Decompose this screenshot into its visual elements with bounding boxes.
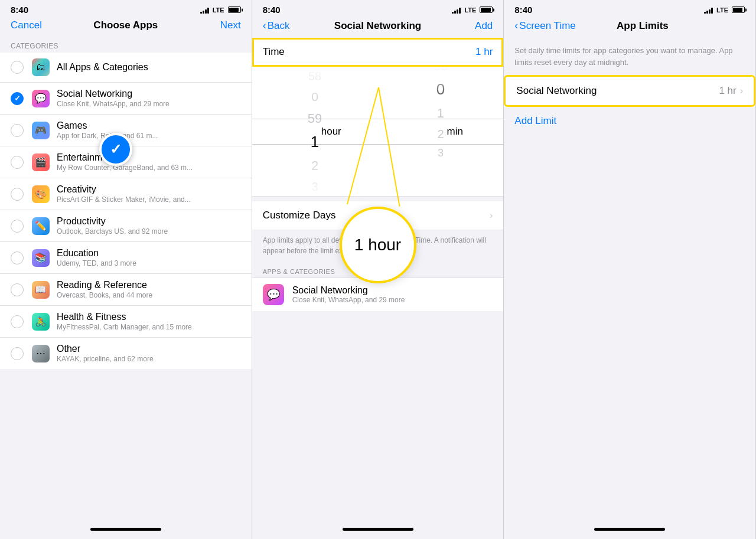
category-name-creativity: Creativity	[57, 184, 241, 195]
icon-productivity: ✏️	[32, 217, 50, 235]
cancel-button[interactable]: Cancel	[11, 19, 46, 31]
icon-health: 🚴	[32, 313, 50, 331]
category-name-reading: Reading & Reference	[57, 280, 241, 290]
next-button[interactable]: Next	[206, 19, 241, 31]
picker-min-selected: 0	[378, 77, 504, 102]
category-name-all: All Apps & Categories	[57, 62, 241, 73]
category-item-creativity[interactable]: 🎨 Creativity PicsArt GIF & Sticker Maker…	[0, 178, 252, 210]
category-name-productivity: Productivity	[57, 216, 241, 227]
status-icons-2: LTE	[452, 6, 493, 14]
nav-bar-3: ‹ Screen Time App Limits	[504, 17, 755, 38]
icon-reading: 📖	[32, 281, 50, 299]
categories-header: CATEGORIES	[0, 37, 252, 53]
category-name-games: Games	[57, 120, 241, 131]
signal-bars-1	[200, 6, 209, 14]
radio-health[interactable]	[11, 315, 24, 328]
home-indicator-3	[504, 519, 755, 539]
checkmark-overlay-1	[99, 133, 132, 166]
time-section: Time 1 hr	[252, 38, 504, 67]
picker-columns: 57 58 0 59 1 2 3 4 hour 59 0	[252, 67, 504, 197]
status-icons-1: LTE	[200, 6, 241, 14]
status-bar-2: 8:40 LTE	[252, 0, 504, 17]
category-sub-education: Udemy, TED, and 3 more	[57, 259, 241, 267]
radio-other[interactable]	[11, 347, 24, 360]
radio-all[interactable]	[11, 61, 24, 74]
picker-hour-col[interactable]: 57 58 0 59 1 2 3 4 hour	[252, 67, 378, 197]
add-button-2[interactable]: Add	[457, 20, 493, 32]
category-sub-other: KAYAK, priceline, and 62 more	[57, 355, 241, 363]
category-sub-social: Close Knit, WhatsApp, and 29 more	[57, 100, 241, 108]
app-limits-desc: Set daily time limits for app categories…	[504, 38, 755, 75]
radio-creativity[interactable]	[11, 188, 24, 201]
status-bar-3: 8:40 LTE	[504, 0, 755, 17]
back-button-3[interactable]: ‹ Screen Time	[514, 19, 575, 32]
category-item-health[interactable]: 🚴 Health & Fitness MyFitnessPal, Carb Ma…	[0, 306, 252, 338]
category-item-reading[interactable]: 📖 Reading & Reference Overcast, Books, a…	[0, 274, 252, 306]
icon-all-apps: 🗂	[32, 58, 50, 76]
home-indicator-1	[0, 519, 252, 539]
nav-title-2: Social Networking	[334, 20, 421, 32]
time-label: Time	[263, 46, 285, 58]
category-sub-productivity: Outlook, Barclays US, and 92 more	[57, 227, 241, 236]
category-item-social[interactable]: 💬 Social Networking Close Knit, WhatsApp…	[0, 83, 252, 115]
category-item-productivity[interactable]: ✏️ Productivity Outlook, Barclays US, an…	[0, 210, 252, 242]
time-value: 1 hr	[475, 46, 493, 58]
panel-app-limits: 8:40 LTE ‹ Screen Time App Limits Set da…	[504, 0, 756, 539]
category-item-education[interactable]: 📚 Education Udemy, TED, and 3 more	[0, 242, 252, 274]
radio-education[interactable]	[11, 251, 24, 264]
nav-bar-2: ‹ Back Social Networking Add	[252, 17, 504, 38]
category-item-other[interactable]: ⋯ Other KAYAK, priceline, and 62 more	[0, 338, 252, 369]
icon-social: 💬	[32, 90, 50, 107]
radio-reading[interactable]	[11, 283, 24, 296]
limits-item-social[interactable]: Social Networking 1 hr ›	[504, 75, 755, 107]
battery-icon-1	[228, 6, 241, 13]
category-name-other: Other	[57, 344, 241, 354]
category-name-health: Health & Fitness	[57, 312, 241, 322]
app-name-social: Social Networking	[292, 285, 493, 296]
nav-title-1: Choose Apps	[93, 19, 158, 31]
limits-chevron-icon: ›	[740, 86, 743, 96]
hour-circle-overlay: 1 hour	[340, 207, 416, 283]
picker-container[interactable]: 57 58 0 59 1 2 3 4 hour 59 0	[252, 67, 504, 197]
category-list: 🗂 All Apps & Categories 💬 Social Network…	[0, 53, 252, 369]
app-sub-social: Close Knit, WhatsApp, and 29 more	[292, 296, 493, 304]
icon-entertainment: 🎬	[32, 153, 50, 171]
app-icon-social: 💬	[263, 284, 284, 305]
time-row[interactable]: Time 1 hr	[252, 38, 504, 67]
category-sub-creativity: PicsArt GIF & Sticker Maker, iMovie, and…	[57, 195, 241, 204]
lte-label-1: LTE	[213, 6, 224, 14]
signal-bars-2	[452, 6, 461, 14]
picker-hour-selected: 1	[252, 129, 378, 155]
radio-social[interactable]	[11, 92, 24, 105]
icon-games: 🎮	[32, 122, 50, 139]
home-indicator-2	[252, 519, 504, 539]
radio-productivity[interactable]	[11, 220, 24, 233]
radio-games[interactable]	[11, 124, 24, 137]
signal-bars-3	[704, 6, 713, 14]
nav-title-3: App Limits	[617, 20, 669, 32]
status-icons-3: LTE	[704, 6, 745, 14]
customize-days-label: Customize Days	[263, 210, 336, 221]
icon-other: ⋯	[32, 345, 50, 362]
category-item-all[interactable]: 🗂 All Apps & Categories	[0, 53, 252, 83]
chevron-left-icon-3: ‹	[514, 19, 518, 32]
chevron-left-icon-2: ‹	[263, 19, 266, 32]
radio-entertainment[interactable]	[11, 156, 24, 169]
category-sub-reading: Overcast, Books, and 44 more	[57, 291, 241, 299]
add-limit-button[interactable]: Add Limit	[504, 107, 755, 135]
panel-choose-apps: 8:40 LTE Cancel Choose Apps Next CATEGOR…	[0, 0, 252, 539]
icon-creativity: 🎨	[32, 185, 50, 203]
icon-education: 📚	[32, 249, 50, 267]
status-bar-1: 8:40 LTE	[0, 0, 252, 17]
nav-bar-1: Cancel Choose Apps Next	[0, 17, 252, 37]
status-time-3: 8:40	[514, 5, 532, 15]
lte-label-2: LTE	[464, 6, 476, 14]
panel-time-picker: 8:40 LTE ‹ Back Social Networking Add Ti…	[252, 0, 504, 539]
back-button-2[interactable]: ‹ Back	[263, 19, 298, 32]
status-time-1: 8:40	[11, 5, 28, 15]
category-sub-entertainment: My Row Counter, GarageBand, and 63 m...	[57, 164, 241, 172]
picker-min-col[interactable]: 59 0 1 2 3 min	[378, 67, 504, 197]
category-name-entertainment: Entertainment	[57, 152, 241, 163]
hour-circle-text: 1 hour	[354, 236, 401, 254]
category-name-education: Education	[57, 248, 241, 259]
